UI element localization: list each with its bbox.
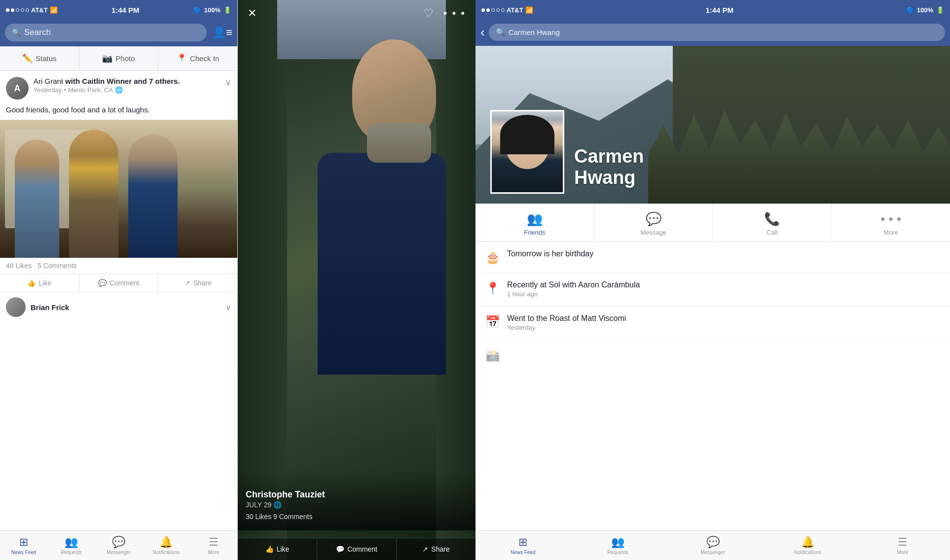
photo-top-actions: ♡ • • •: [424, 7, 466, 20]
mini-post-name: Brian Frick: [31, 303, 69, 312]
event-info-item: 📅 Went to the Roast of Matt Viscomi Yest…: [475, 306, 950, 340]
photo-like-button[interactable]: 👍 Like: [238, 538, 317, 560]
p3-bluetooth-icon: 🔵: [906, 6, 914, 14]
wifi-icon: 📶: [50, 6, 58, 14]
p3-notifications-label: Notifications: [794, 550, 821, 555]
friends-button[interactable]: 👥 Friends: [475, 204, 594, 241]
messenger-icon: 💬: [112, 536, 125, 549]
mini-post-avatar: [6, 297, 26, 317]
profile-search-bar: ‹ 🔍 Carmen Hwang: [475, 20, 950, 46]
birthday-content: Tomorrow is her birthday: [507, 249, 593, 258]
p3-signal: [481, 8, 505, 12]
post-actions-bar: 👍 Like 💬 Comment ↗ Share: [0, 274, 237, 292]
signal-dot-2: [11, 8, 14, 12]
jacket: [318, 153, 446, 375]
comment-icon: 💬: [98, 279, 107, 287]
profile-cover-photo: CarmenHwang: [475, 46, 950, 204]
mini-post: Brian Frick ∨: [0, 292, 237, 322]
message-action-icon: 💬: [646, 211, 661, 227]
photo-share-label: Share: [431, 545, 449, 553]
profile-action-buttons: 👥 Friends 💬 Message 📞 Call • • • More: [475, 204, 950, 242]
profile-search-wrap[interactable]: 🔍 Carmen Hwang: [489, 24, 945, 41]
person-figure: [318, 39, 446, 375]
photo-comment-button[interactable]: 💬 Comment: [317, 538, 397, 560]
mini-post-chevron: ∨: [225, 303, 231, 312]
battery-info: 🔵 100% 🔋: [193, 6, 231, 14]
photo-likes: 30 Likes: [246, 513, 271, 521]
post-card: A Ari Grant with Caitlin Winner and 7 ot…: [0, 71, 237, 292]
nav-more[interactable]: ☰ More: [190, 531, 237, 560]
status-bar-p1: AT&T 📶 1:44 PM 🔵 100% 🔋: [0, 0, 237, 20]
p3-nav-notifications[interactable]: 🔔 Notifications: [760, 531, 855, 560]
message-button[interactable]: 💬 Message: [594, 204, 713, 241]
location-title: Recently at Sol with Aaron Carámbula: [507, 280, 640, 289]
event-content: Went to the Roast of Matt Viscomi Yester…: [507, 314, 626, 331]
friends-label: Friends: [524, 229, 545, 236]
nav-messenger[interactable]: 💬 Messenger: [95, 531, 142, 560]
p3-more-label: More: [897, 550, 908, 555]
search-placeholder: Search: [24, 28, 51, 37]
p3-more-icon: ☰: [898, 536, 908, 549]
call-action-icon: 📞: [764, 211, 780, 227]
birthday-title: Tomorrow is her birthday: [507, 249, 593, 258]
like-label: Like: [38, 279, 51, 287]
photo-top-bar: ✕ ♡ • • •: [238, 0, 475, 27]
post-time-location: Yesterday • Menlo Park, CA 🌐: [34, 86, 220, 94]
signal-dot-3: [16, 8, 19, 12]
carrier-name: AT&T: [31, 6, 48, 14]
p3-requests-label: Requests: [607, 550, 628, 555]
p3-nav-messenger[interactable]: 💬 Messenger: [665, 531, 760, 560]
status-button[interactable]: ✏️ Status: [0, 46, 79, 70]
like-button[interactable]: 👍 Like: [0, 274, 79, 292]
nav-newsfeed[interactable]: ⊞ News Feed: [0, 531, 47, 560]
partial-info-item: 📸: [475, 340, 950, 371]
p3-newsfeed-icon: ⊞: [518, 536, 527, 549]
comment-button[interactable]: 💬 Comment: [79, 274, 159, 292]
photo-heart-button[interactable]: ♡: [424, 7, 434, 20]
nav-requests[interactable]: 👥 Requests: [47, 531, 95, 560]
photo-button[interactable]: 📷 Photo: [79, 46, 159, 70]
photo-info-overlay: Christophe Tauziet JULY 29 🌐 30 Likes 9 …: [238, 470, 475, 530]
p3-dot-2: [486, 8, 490, 12]
requests-label: Requests: [61, 550, 81, 555]
call-button[interactable]: 📞 Call: [713, 204, 832, 241]
hair: [500, 115, 554, 154]
photo-actions-bar: 👍 Like 💬 Comment ↗ Share: [238, 538, 475, 560]
profile-panel: AT&T 📶 1:44 PM 🔵 100% 🔋 ‹ 🔍 Carmen Hwang: [475, 0, 950, 560]
photo-more-button[interactable]: • • •: [443, 7, 466, 20]
p3-nav-more[interactable]: ☰ More: [855, 531, 950, 560]
search-input-wrap[interactable]: 🔍 Search: [5, 24, 207, 41]
photo-close-button[interactable]: ✕: [248, 7, 256, 20]
checkin-icon: 📍: [177, 53, 187, 64]
search-bar-p1: 🔍 Search 👤≡: [0, 20, 237, 46]
more-label: More: [208, 550, 219, 555]
notifications-icon: 🔔: [159, 536, 173, 549]
post-header: A Ari Grant with Caitlin Winner and 7 ot…: [0, 71, 237, 103]
friends-menu-icon[interactable]: 👤≡: [213, 26, 232, 39]
battery-icon: 🔋: [223, 6, 231, 14]
photo-globe-icon: 🌐: [273, 501, 282, 509]
p3-nav-requests[interactable]: 👥 Requests: [570, 531, 665, 560]
p3-newsfeed-label: News Feed: [511, 550, 536, 555]
post-author-avatar: A: [6, 77, 29, 100]
p3-carrier-info: AT&T 📶: [481, 6, 533, 14]
share-icon: ↗: [184, 279, 190, 287]
p3-nav-newsfeed[interactable]: ⊞ News Feed: [475, 531, 570, 560]
photo-share-button[interactable]: ↗ Share: [397, 538, 475, 560]
location-content: Recently at Sol with Aaron Carámbula 1 h…: [507, 280, 640, 298]
photo-date-text: JULY 29: [246, 501, 271, 509]
nav-notifications[interactable]: 🔔 Notifications: [143, 531, 190, 560]
checkin-button[interactable]: 📍 Check In: [158, 46, 237, 70]
post-photo[interactable]: [0, 120, 237, 258]
profile-more-button[interactable]: • • • More: [832, 204, 950, 241]
newsfeed-label: News Feed: [11, 550, 37, 555]
share-button[interactable]: ↗ Share: [158, 274, 237, 292]
post-meta: Ari Grant with Caitlin Winner and 7 othe…: [34, 77, 220, 94]
post-chevron-icon[interactable]: ∨: [225, 77, 231, 88]
call-label: Call: [767, 229, 777, 236]
requests-icon: 👥: [65, 536, 78, 549]
p3-battery-icon: 🔋: [936, 6, 944, 14]
photo-comment-icon: 💬: [336, 545, 344, 553]
back-button[interactable]: ‹: [480, 25, 485, 40]
post-stats: 48 Likes 5 Comments: [0, 258, 237, 274]
